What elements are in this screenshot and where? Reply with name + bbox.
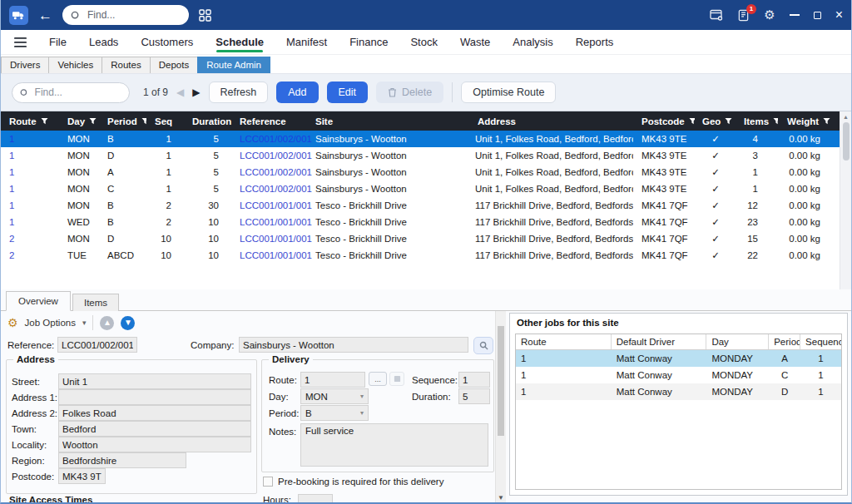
menu-item-analysis[interactable]: Analysis	[513, 36, 552, 48]
subtab-route-admin[interactable]: Route Admin	[197, 57, 270, 73]
column-header-route[interactable]: Route	[1, 111, 61, 131]
subtab-drivers[interactable]: Drivers	[1, 57, 49, 73]
apps-grid-icon[interactable]	[199, 9, 211, 22]
column-header-items[interactable]: Items	[736, 111, 778, 131]
add-button[interactable]: Add	[276, 82, 318, 103]
previous-record-button[interactable]: ◀	[176, 87, 184, 97]
column-header-period[interactable]: Period	[769, 334, 800, 349]
delete-button[interactable]: Delete	[376, 82, 443, 103]
global-search-input[interactable]	[86, 8, 181, 22]
column-header-day[interactable]: Day	[706, 334, 769, 349]
subtab-vehicles[interactable]: Vehicles	[48, 57, 102, 73]
edit-button[interactable]: Edit	[327, 82, 369, 103]
global-search[interactable]	[62, 5, 189, 25]
maximize-button[interactable]	[814, 12, 821, 19]
column-header-day[interactable]: Day	[61, 111, 99, 131]
address-group-title: Address	[13, 353, 58, 365]
column-header-site[interactable]: Site	[312, 111, 475, 131]
column-header-duration[interactable]: Duration	[176, 111, 232, 131]
menu-item-manifest[interactable]: Manifest	[286, 36, 327, 48]
refresh-button[interactable]: Refresh	[209, 82, 269, 103]
filter-icon[interactable]	[89, 117, 97, 125]
other-jobs-row[interactable]: 1Matt ConwayMONDAYA1	[516, 350, 841, 367]
settings-gear-icon[interactable]: ⚙	[764, 7, 775, 22]
move-up-button[interactable]: ▲	[100, 316, 114, 330]
duration-field[interactable]	[458, 388, 490, 404]
filter-icon[interactable]	[725, 117, 732, 125]
address2-field[interactable]	[58, 405, 251, 421]
column-header-weight[interactable]: Weight	[778, 111, 841, 131]
street-field[interactable]	[58, 373, 251, 389]
reference-field[interactable]	[57, 337, 137, 353]
route-lookup-button[interactable]: ...	[369, 372, 387, 386]
column-header-geo[interactable]: Geo	[695, 111, 736, 131]
subtab-routes[interactable]: Routes	[102, 57, 150, 73]
notes-field[interactable]: Full service	[300, 423, 488, 467]
record-search[interactable]	[12, 82, 130, 103]
table-row[interactable]: 2TUEABCD1010LCC001/001/001Tesco - Brickh…	[1, 247, 841, 264]
table-row[interactable]: 1MOND15LCC001/002/001Sainsburys - Wootto…	[1, 147, 841, 164]
notifications-icon[interactable]: 1	[737, 9, 750, 22]
table-row[interactable]: 1MONA15LCC001/002/001Sainsburys - Wootto…	[1, 164, 841, 180]
route-map-button[interactable]	[389, 372, 404, 386]
scroll-thumb[interactable]	[498, 326, 504, 436]
other-jobs-row[interactable]: 1Matt ConwayMONDAYC1	[516, 367, 841, 383]
town-field[interactable]	[58, 421, 251, 437]
close-button[interactable]: ×	[835, 8, 843, 22]
scroll-thumb[interactable]	[843, 122, 850, 161]
menu-item-reports[interactable]: Reports	[576, 36, 614, 48]
column-header-default-driver[interactable]: Default Driver	[612, 334, 707, 349]
company-field[interactable]	[239, 337, 468, 353]
table-row[interactable]: 2MOND1010LCC001/001/001Tesco - Brickhill…	[1, 230, 841, 247]
tab-items[interactable]: Items	[72, 294, 119, 311]
menu-item-leads[interactable]: Leads	[89, 36, 118, 48]
job-options-button[interactable]: Job Options	[25, 318, 76, 328]
other-jobs-row[interactable]: 1Matt ConwayMONDAYD1	[516, 383, 841, 400]
tab-overview[interactable]: Overview	[6, 291, 71, 311]
hamburger-menu-icon[interactable]	[14, 37, 27, 47]
back-arrow-icon[interactable]: ←	[38, 8, 52, 22]
day-select[interactable]: MON▾	[300, 388, 369, 404]
menu-item-waste[interactable]: Waste	[460, 36, 490, 48]
period-select[interactable]: B▾	[300, 405, 369, 421]
column-header-postcode[interactable]: Postcode	[633, 111, 695, 131]
new-window-icon[interactable]	[710, 9, 723, 21]
grid-scrollbar[interactable]: ▲	[840, 111, 851, 289]
filter-icon[interactable]	[823, 117, 830, 125]
route-field[interactable]	[300, 372, 365, 388]
minimize-button[interactable]	[790, 14, 800, 15]
menu-item-customers[interactable]: Customers	[141, 36, 193, 48]
move-down-button[interactable]: ▼	[121, 316, 135, 330]
sequence-field[interactable]	[458, 372, 490, 388]
hours-field[interactable]	[298, 494, 333, 502]
scroll-up-icon[interactable]: ▲	[843, 111, 849, 122]
column-header-period[interactable]: Period	[99, 111, 146, 131]
menu-item-schedule[interactable]: Schedule	[215, 36, 264, 48]
table-row[interactable]: 1MONB230LCC001/001/001Tesco - Brickhill …	[1, 197, 841, 214]
column-header-sequence[interactable]: Sequence	[800, 334, 841, 349]
column-header-reference[interactable]: Reference	[232, 111, 312, 131]
postcode-field[interactable]	[58, 468, 106, 484]
column-header-address[interactable]: Address	[475, 111, 633, 131]
region-field[interactable]	[58, 452, 186, 468]
table-row[interactable]: 1WEDB210LCC001/001/001Tesco - Brickhill …	[1, 214, 841, 230]
table-row[interactable]: 1MONC15LCC001/002/001Sainsburys - Wootto…	[1, 180, 841, 197]
table-row[interactable]: 1MONB15LCC001/002/001Sainsburys - Wootto…	[1, 131, 841, 147]
filter-icon[interactable]	[41, 117, 48, 125]
company-lookup-button[interactable]	[473, 337, 493, 354]
menu-item-finance[interactable]: Finance	[349, 36, 388, 48]
menu-item-file[interactable]: File	[49, 36, 67, 48]
menu-item-stock[interactable]: Stock	[410, 36, 438, 48]
address1-field[interactable]	[58, 389, 251, 405]
subtab-depots[interactable]: Depots	[150, 57, 198, 73]
scroll-down-icon[interactable]: ▼	[496, 494, 506, 502]
filter-icon[interactable]	[689, 117, 695, 125]
column-header-route[interactable]: Route	[516, 334, 612, 349]
locality-field[interactable]	[58, 437, 251, 452]
column-header-seq[interactable]: Seq	[146, 111, 176, 131]
detail-scrollbar[interactable]: ▼	[495, 311, 506, 502]
prebooking-checkbox[interactable]	[263, 477, 273, 487]
next-record-button[interactable]: ▶	[192, 87, 200, 97]
record-search-input[interactable]	[33, 86, 121, 99]
optimise-route-button[interactable]: Optimise Route	[461, 82, 556, 103]
